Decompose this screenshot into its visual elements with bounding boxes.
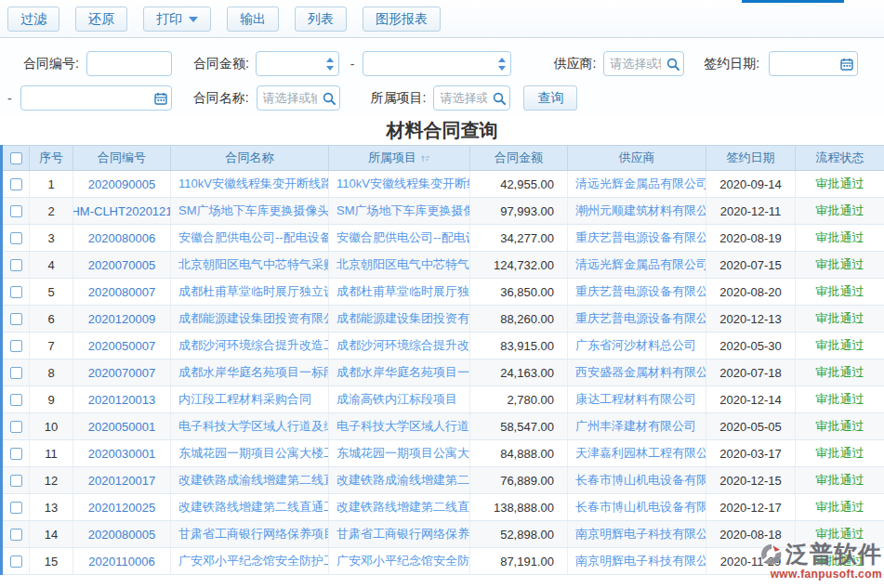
row-select-cell[interactable]: [3, 225, 30, 251]
row-checkbox[interactable]: [10, 205, 22, 217]
serial-cell: 4: [30, 252, 73, 278]
row-checkbox[interactable]: [10, 502, 22, 514]
filter-button[interactable]: 过滤: [7, 7, 59, 32]
amount-cell: 138,888.00: [470, 494, 568, 520]
contract-name-cell: 电子科技大学区域人行道及绿化: [171, 413, 329, 439]
amount-min-spinner[interactable]: [326, 58, 334, 71]
amount-cell: 76,889.00: [470, 467, 568, 493]
contract-no-input[interactable]: [86, 51, 172, 76]
contract-no-link[interactable]: 2020080007: [73, 279, 171, 305]
sign-date-to-input[interactable]: [20, 85, 172, 111]
header-amount[interactable]: 合同金额: [470, 146, 568, 170]
row-checkbox[interactable]: [10, 232, 22, 244]
row-select-cell[interactable]: [3, 467, 30, 493]
contract-no-link[interactable]: 2020120025: [73, 494, 171, 520]
contract-no-link[interactable]: 2020070005: [73, 252, 171, 278]
contract-name-cell: 内江段工程材料采购合同: [171, 386, 329, 412]
row-checkbox[interactable]: [10, 529, 22, 541]
contract-no-link[interactable]: 2020030001: [73, 440, 171, 466]
project-cell: 成都杜甫草堂临时展厅独立设计: [329, 279, 470, 305]
row-checkbox[interactable]: [10, 313, 22, 325]
table-row: 7 2020050007 成都沙河环境综合提升改造工程 成都沙河环境综合提升改造…: [3, 333, 884, 359]
row-checkbox[interactable]: [10, 178, 22, 190]
row-checkbox[interactable]: [10, 421, 22, 433]
contract-no-link[interactable]: 2020070007: [73, 359, 171, 385]
sign-date-cell: 2020-03-17: [706, 440, 796, 466]
supplier-cell: 清远光辉金属品有限公司: [568, 252, 706, 278]
row-checkbox[interactable]: [10, 286, 22, 298]
export-button[interactable]: 输出: [227, 7, 279, 32]
sign-date-cell: 2020-12-14: [706, 386, 796, 412]
row-checkbox[interactable]: [10, 259, 22, 271]
row-checkbox[interactable]: [10, 448, 22, 460]
amount-max-input[interactable]: [363, 51, 511, 76]
header-sign-date[interactable]: 签约日期: [706, 146, 796, 170]
row-select-cell[interactable]: [3, 252, 30, 278]
amount-cell: 34,277.00: [470, 225, 568, 251]
status-badge: 审批通过: [796, 494, 884, 520]
row-checkbox[interactable]: [10, 475, 22, 487]
row-checkbox[interactable]: [10, 394, 22, 406]
row-select-cell[interactable]: [3, 440, 30, 466]
row-select-cell[interactable]: [3, 521, 30, 547]
row-checkbox[interactable]: [10, 340, 22, 352]
select-all-cell[interactable]: [3, 146, 30, 170]
header-contract-no[interactable]: 合同编号: [73, 146, 171, 170]
filter-row-2: - 合同名称: 所属项目: 查询: [0, 81, 884, 115]
project-cell: 电子科技大学区域人行道及绿化: [329, 413, 470, 439]
row-select-cell[interactable]: [3, 333, 30, 359]
supplier-cell: 南京明辉电子科技有限公司: [568, 548, 706, 574]
search-icon[interactable]: [666, 58, 679, 71]
row-select-cell[interactable]: [3, 359, 30, 385]
header-supplier[interactable]: 供应商: [568, 146, 706, 170]
list-view-button[interactable]: 列表: [295, 7, 347, 32]
row-checkbox[interactable]: [10, 555, 22, 568]
header-contract-name[interactable]: 合同名称: [171, 146, 329, 170]
amount-cell: 84,888.00: [470, 440, 568, 466]
supplier-cell: 潮州元顺建筑材料有限公司: [568, 198, 706, 224]
header-status[interactable]: 流程状态: [796, 146, 884, 170]
graph-report-button[interactable]: 图形报表: [363, 7, 441, 32]
search-icon[interactable]: [323, 92, 336, 105]
serial-cell: 5: [30, 279, 73, 305]
serial-cell: 6: [30, 306, 73, 332]
calendar-icon[interactable]: [840, 58, 853, 71]
contract-no-link[interactable]: 2020120017: [73, 467, 171, 493]
amount-cell: 58,547.00: [470, 413, 568, 439]
row-select-cell[interactable]: [3, 413, 30, 439]
contract-no-link[interactable]: 2020050007: [73, 333, 171, 359]
calendar-icon[interactable]: [154, 92, 167, 105]
row-select-cell[interactable]: [3, 306, 30, 332]
header-serial[interactable]: 序号: [30, 146, 73, 170]
row-select-cell[interactable]: [3, 548, 30, 574]
graph-report-button-label: 图形报表: [376, 11, 428, 28]
row-select-cell[interactable]: [3, 171, 30, 197]
row-select-cell[interactable]: [3, 386, 30, 412]
supplier-cell: 重庆艺普电源设备有限公司: [568, 306, 706, 332]
serial-cell: 14: [30, 521, 73, 547]
contract-no-link[interactable]: 2020120009: [73, 306, 171, 332]
print-button[interactable]: 打印: [143, 7, 211, 32]
contract-name-label: 合同名称:: [193, 90, 249, 107]
search-icon[interactable]: [493, 92, 506, 105]
restore-button[interactable]: 还原: [75, 7, 127, 32]
contract-no-link[interactable]: 2020090005: [73, 171, 171, 197]
contract-no-link[interactable]: 2020110006: [73, 548, 171, 574]
table-row: 13 2020120025 改建铁路线增建第二线直通工程 改建铁路线增建第二线直…: [3, 494, 884, 521]
row-checkbox[interactable]: [10, 367, 22, 379]
contract-no-link[interactable]: 2020050001: [73, 413, 171, 439]
toolbar: 过滤 还原 打印 输出 列表 图形报表: [0, 0, 884, 38]
table-body: 1 2020090005 110kV安徽线程集变开断线路 110kV安徽线程集变…: [3, 171, 884, 575]
contract-no-link[interactable]: 2020080005: [73, 521, 171, 547]
query-button[interactable]: 查询: [523, 85, 577, 111]
contract-no-link[interactable]: HM-CLHT2020121: [73, 198, 171, 224]
row-select-cell[interactable]: [3, 494, 30, 520]
amount-max-spinner[interactable]: [498, 58, 506, 71]
select-all-checkbox[interactable]: [10, 152, 22, 164]
row-select-cell[interactable]: [3, 279, 30, 305]
contract-no-link[interactable]: 2020120013: [73, 386, 171, 412]
row-select-cell[interactable]: [3, 198, 30, 224]
contract-no-link[interactable]: 2020080006: [73, 225, 171, 251]
amount-cell: 87,191.00: [470, 548, 568, 574]
header-project[interactable]: 所属项目: [329, 146, 470, 170]
